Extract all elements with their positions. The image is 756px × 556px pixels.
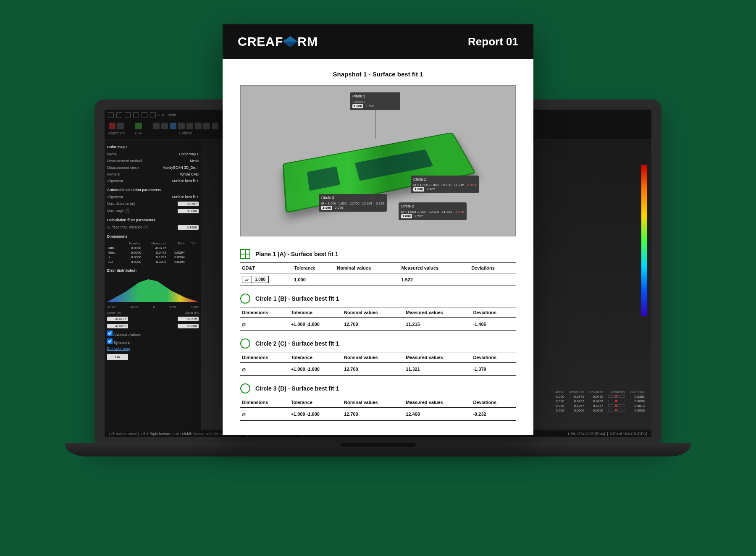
report-title: Report 01 <box>468 35 518 48</box>
callout-plane-1: Plane 1 Flatness 1.0001.522 <box>350 92 400 110</box>
symmetric-checkbox[interactable]: Symmetric <box>107 338 199 345</box>
results-table: -minal Measured Deviation Tendency Out o… <box>552 390 647 413</box>
circle-icon <box>240 294 250 304</box>
histogram-scale: -0.062 -0.031 0 0.031 0.062 <box>107 305 199 309</box>
report-header: CREAFRM Report 01 <box>223 24 533 59</box>
axes-icon[interactable] <box>109 123 116 129</box>
section-table: Dimensions Tolerance Nominal values Meas… <box>240 352 516 376</box>
prop-row: NominalWhole CAD <box>107 172 199 177</box>
panel-section-title: Error distribution <box>107 268 199 273</box>
table-row: ⌀ +1.000 -1.000 12.700 11.321 -1.379 <box>240 363 516 376</box>
tendency-bar-icon <box>608 395 625 398</box>
table-row: ▱1.000 1.000 1.522 <box>240 273 516 286</box>
drf-icon[interactable] <box>135 123 142 129</box>
open-icon[interactable] <box>150 112 156 118</box>
entity-circle-icon[interactable] <box>153 123 160 129</box>
ribbon-group-alignment: Alignment <box>108 123 125 135</box>
section-title: Plane 1 (A) - Surface best fit 1 <box>255 251 339 257</box>
section-table: Dimensions Tolerance Nominal values Meas… <box>240 397 516 421</box>
table-row: 0.0000.04920.04920.0098 <box>552 399 647 404</box>
leader-line <box>375 109 375 139</box>
snapshot-frame: Plane 1 Flatness 1.0001.522 Circle 1 Ø ×… <box>240 85 516 236</box>
section-title: Circle 3 (D) - Surface best fit 1 <box>255 385 339 392</box>
circle-icon <box>240 338 250 349</box>
callout-circle-2: Circle 2 Ø × 1.000 -1.00012.70011.321-1.… <box>399 202 467 220</box>
panel-section-title: Color map 1 <box>107 145 199 149</box>
menu-file[interactable]: File <box>158 113 165 117</box>
entity-cone-icon[interactable] <box>203 123 210 129</box>
color-scale-legend <box>641 165 647 316</box>
diameter-symbol: ⌀ <box>240 318 289 331</box>
section-title: Circle 2 (C) - Surface best fit 1 <box>255 340 339 347</box>
prop-row: Max. distance (in)0.0787 <box>107 201 199 207</box>
ribbon-label: DRF <box>135 131 143 135</box>
gpu-usage: 2.5% of 18.0 GB (GPU) <box>610 432 647 436</box>
ribbon-group-entities: Entities <box>153 123 218 135</box>
table-row: Min.0.0000-0.0775 <box>107 246 199 250</box>
panel-section-title: Dimensions <box>107 234 199 239</box>
panel-section-title: Calculation filter parameters <box>107 218 199 222</box>
callout-circle-1: Circle 1 Ø × 1.000 -1.00012.70011.215-1.… <box>411 176 479 193</box>
entity-sphere-icon[interactable] <box>212 123 218 129</box>
upper-input-2[interactable]: 0.0200 <box>178 324 199 328</box>
automatic-values-checkbox[interactable]: Automatic values <box>107 330 199 337</box>
error-histogram <box>107 277 199 302</box>
edit-color-map-link[interactable]: Edit color map <box>107 346 199 351</box>
prop-row: Measurement meshHandySCAN 3D_De… <box>107 165 199 170</box>
panel-section-title: Automatic selection parameters <box>107 188 199 192</box>
max-angle-input[interactable]: 30.000 <box>178 209 199 213</box>
circle-icon <box>240 383 250 393</box>
entity-cyl-icon[interactable] <box>195 123 202 129</box>
report-body: Snapshot 1 - Surface best fit 1 Plane 1 … <box>223 59 533 435</box>
tendency-bar-icon <box>608 409 625 412</box>
entity-plane-icon[interactable] <box>161 123 168 129</box>
prop-row: Max. angle (°)30.000 <box>107 208 199 214</box>
entity-line-icon[interactable] <box>178 123 185 129</box>
table-row: 0.0000.12670.12670.0873 <box>552 404 647 408</box>
table-row: 0.0000.02060.02060.0000 <box>552 408 647 413</box>
tendency-bar-icon <box>608 400 625 402</box>
lower-input[interactable]: -0.0775 <box>107 317 128 321</box>
creaform-logo: CREAFRM <box>238 34 318 49</box>
menu-tools[interactable]: Tools <box>167 113 176 117</box>
table-row: SD0.00000.02060.0394 <box>107 260 199 264</box>
report-page: CREAFRM Report 01 Snapshot 1 - Surface b… <box>223 24 533 435</box>
section-header: Circle 3 (D) - Surface best fit 1 <box>240 383 516 393</box>
table-row: ⌀ +1.000 -1.000 12.700 11.215 -1.485 <box>240 318 516 331</box>
tendency-bar-icon <box>608 404 625 407</box>
ribbon-group-drf: DRF <box>135 123 143 135</box>
diameter-symbol: ⌀ <box>240 363 289 376</box>
upper-input[interactable]: 0.0775 <box>178 317 199 321</box>
section-table: Dimensions Tolerance Nominal values Meas… <box>240 307 516 331</box>
gdandt-frame: ▱1.000 <box>242 276 269 283</box>
table-row: Max.0.00000.04920.0394 <box>107 250 199 255</box>
section-title: Circle 1 (B) - Surface best fit 1 <box>255 295 339 302</box>
surface-max-distance-input[interactable]: 0.1969 <box>178 225 199 230</box>
plane-grid-icon <box>240 249 250 259</box>
entity-point-icon[interactable] <box>170 123 176 129</box>
ribbon-label: Entities <box>179 131 192 135</box>
save-icon[interactable] <box>125 112 131 118</box>
undo-icon[interactable] <box>133 112 139 118</box>
prop-row: Surface max. distance (in)0.1969 <box>107 225 199 230</box>
alignment-icon[interactable] <box>117 123 124 129</box>
diameter-symbol: ⌀ <box>240 408 289 421</box>
dimensions-table: Nominal Measured Tol + Tol - Min.0.0000-… <box>107 241 199 264</box>
callout-circle-3: Circle 3 Ø × 1.000 -1.00012.70012.468-0.… <box>319 194 387 212</box>
ribbon-label: Alignment <box>108 131 125 135</box>
doc-icon[interactable] <box>116 112 122 118</box>
properties-panel: Color map 1 NameColor map 1 Measurement … <box>105 140 201 430</box>
entity-slot-icon[interactable] <box>186 123 193 129</box>
laptop-base <box>65 443 691 456</box>
section-table: GD&T Tolerance Nominal values Measured v… <box>240 262 516 286</box>
logo-cube-icon <box>283 36 298 47</box>
lower-input-2[interactable]: -0.0200 <box>107 324 128 328</box>
prop-row: AlignmentSurface best fit 1 <box>107 178 199 184</box>
ok-button[interactable]: OK <box>107 354 128 360</box>
section-header: Plane 1 (A) - Surface best fit 1 <box>240 249 516 259</box>
home-icon[interactable] <box>108 112 114 118</box>
section-header: Circle 2 (C) - Surface best fit 1 <box>240 338 516 349</box>
table-row: -0.000-0.0775-0.0775-0.0381 <box>552 394 647 399</box>
max-distance-input[interactable]: 0.0787 <box>178 202 199 206</box>
redo-icon[interactable] <box>142 112 147 118</box>
